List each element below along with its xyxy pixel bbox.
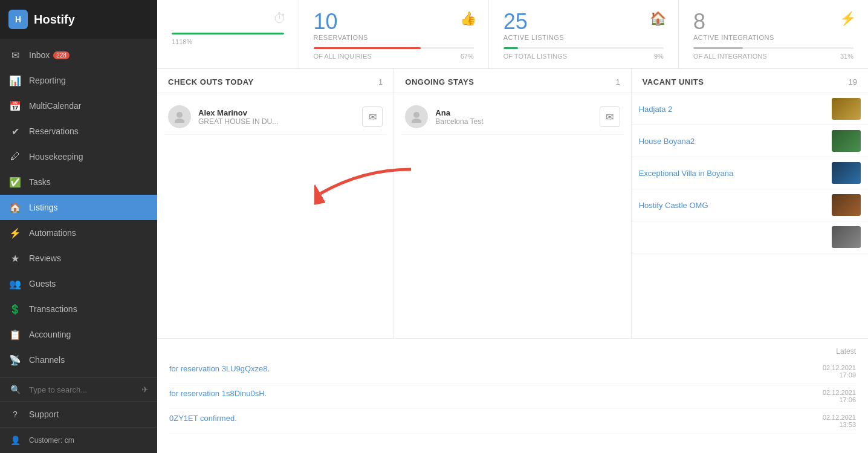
tasks-icon: ✅	[8, 175, 22, 189]
sidebar-item-label: Automations	[29, 228, 76, 238]
vacant-item-villa[interactable]: Exceptional Villa in Boyana	[632, 157, 868, 189]
svg-point-2	[175, 119, 184, 123]
activity-link[interactable]: for reservation 1s8Dinu0sH.	[169, 389, 267, 398]
sidebar-item-label: Support	[29, 409, 59, 419]
reporting-icon: 📊	[8, 74, 22, 87]
sidebar-item-transactions[interactable]: 💲 Transactions	[0, 296, 157, 322]
activity-bar: Latest for reservation 3LU9gQxze8. 02.12…	[157, 338, 868, 453]
check-outs-panel: CHECK OUTS TODAY 1 Alex Marinov GREAT HO…	[157, 69, 394, 338]
support-icon: ?	[8, 408, 22, 421]
lightning-icon: ⚡	[840, 11, 856, 27]
thumbs-up-icon: 👍	[460, 11, 476, 27]
guest-property: Barcelona Test	[435, 117, 599, 126]
sidebar-item-apps[interactable]: ⊞ Apps	[0, 373, 157, 377]
transactions-icon: 💲	[8, 302, 22, 316]
stat-sub-left: OF ALL INTEGRATIONS	[693, 53, 767, 60]
guest-property: GREAT HOUSE IN DU...	[198, 117, 362, 126]
sidebar-item-reviews[interactable]: ★ Reviews	[0, 246, 157, 271]
sidebar-item-inbox[interactable]: ✉ Inbox 228	[0, 42, 157, 68]
app-title: Hostify	[34, 13, 75, 27]
vacant-units-body: Hadjata 2 House Boyana2 Exceptional Vill…	[632, 93, 868, 338]
vacant-item-hadjata[interactable]: Hadjata 2	[632, 93, 868, 125]
sidebar-item-label: Transactions	[29, 304, 77, 314]
guest-avatar	[168, 105, 191, 128]
ongoing-stays-count: 1	[615, 77, 620, 86]
sidebar-item-guests[interactable]: 👥 Guests	[0, 271, 157, 296]
ongoing-stays-title: ONGOING STAYS	[405, 77, 474, 86]
sidebar-item-automations[interactable]: ⚡ Automations	[0, 220, 157, 246]
vacant-name: House Boyana2	[639, 137, 832, 146]
guest-avatar	[405, 105, 428, 128]
guest-card: Ana Barcelona Test ✉	[401, 99, 623, 135]
stat-sub-right: 1118%	[172, 38, 192, 45]
vacant-thumbnail	[832, 130, 861, 152]
activity-time: 02.12.202117:06	[808, 389, 856, 403]
stat-label-reservations: RESERVATIONS	[314, 34, 474, 41]
stat-sub-reservations: OF ALL INQUIRIES 67%	[314, 53, 474, 60]
sidebar-item-accounting[interactable]: 📋 Accounting	[0, 322, 157, 347]
send-icon: ✈	[141, 385, 149, 394]
stat-card-placeholder: ⏱ 1118%	[157, 0, 299, 68]
multicalendar-icon: 📅	[8, 99, 22, 112]
sidebar-item-label: Channels	[29, 355, 65, 365]
activity-time: 02.12.202117:09	[808, 364, 856, 379]
guest-card: Alex Marinov GREAT HOUSE IN DU... ✉	[164, 99, 386, 135]
sidebar-item-multicalendar[interactable]: 📅 MultiCalendar	[0, 93, 157, 119]
check-outs-header: CHECK OUTS TODAY 1	[157, 69, 394, 93]
customer-label: Customer: cm	[29, 436, 74, 445]
search-icon: 🔍	[8, 383, 22, 396]
vacant-item-boyana2[interactable]: House Boyana2	[632, 125, 868, 157]
sidebar-item-label: Housekeeping	[29, 152, 83, 161]
vacant-item-castle[interactable]: Hostify Castle OMG	[632, 189, 868, 221]
sidebar-item-label: Listings	[29, 203, 57, 212]
sidebar-item-tasks[interactable]: ✅ Tasks	[0, 169, 157, 195]
sidebar-item-housekeeping[interactable]: 🖊 Housekeeping	[0, 144, 157, 169]
sidebar-item-listings[interactable]: 🏠 Listings	[0, 195, 157, 220]
reservations-icon: ✔	[8, 125, 22, 138]
guest-name: Alex Marinov	[198, 108, 362, 117]
stat-sub-right: 31%	[840, 53, 853, 60]
housekeeping-icon: 🖊	[8, 150, 22, 163]
stat-sub-integrations: OF ALL INTEGRATIONS 31%	[693, 53, 853, 60]
activity-time: 02.12.202113:53	[808, 414, 856, 428]
activity-item-0: for reservation 3LU9gQxze8. 02.12.202117…	[169, 359, 856, 384]
stat-bar-fill-reservations	[314, 47, 421, 49]
sidebar-header: H Hostify	[0, 0, 157, 39]
stat-bar-fill-integrations	[693, 47, 743, 49]
vacant-units-count: 19	[849, 77, 857, 86]
sidebar-item-label: Reviews	[29, 253, 61, 263]
search-input[interactable]	[29, 385, 141, 394]
sidebar-item-channels[interactable]: 📡 Channels	[0, 347, 157, 373]
sidebar-item-label: MultiCalendar	[29, 101, 81, 111]
email-button[interactable]: ✉	[362, 106, 383, 127]
guest-info: Ana Barcelona Test	[435, 108, 599, 126]
channels-icon: 📡	[8, 353, 22, 367]
activity-link[interactable]: 0ZY1ET confirmed.	[169, 414, 237, 423]
check-outs-count: 1	[378, 77, 383, 86]
panels-row: CHECK OUTS TODAY 1 Alex Marinov GREAT HO…	[157, 69, 868, 338]
sidebar-item-label: Inbox	[29, 50, 50, 60]
sidebar-nav: ✉ Inbox 228 📊 Reporting 📅 MultiCalendar …	[0, 39, 157, 377]
sidebar-item-reporting[interactable]: 📊 Reporting	[0, 68, 157, 93]
stat-bar-integrations	[693, 47, 853, 49]
search-bar: 🔍 ✈	[0, 377, 157, 401]
sidebar-item-label: Reporting	[29, 76, 66, 85]
email-button[interactable]: ✉	[600, 106, 620, 127]
vacant-thumbnail	[832, 98, 861, 120]
customer-icon: 👤	[8, 434, 22, 447]
listings-icon: 🏠	[8, 201, 22, 214]
vacant-item-extra[interactable]	[632, 221, 868, 253]
vacant-units-panel: VACANT UNITS 19 Hadjata 2 House Boyana2 …	[632, 69, 868, 338]
automations-icon: ⚡	[8, 226, 22, 240]
stat-card-listings: 🏠 25 ACTIVE LISTINGS OF TOTAL LISTINGS 9…	[489, 0, 679, 68]
ongoing-stays-body: Ana Barcelona Test ✉	[394, 93, 630, 338]
sidebar-item-reservations[interactable]: ✔ Reservations	[0, 119, 157, 144]
sidebar-item-support[interactable]: ? Support	[0, 401, 157, 427]
ongoing-stays-panel: ONGOING STAYS 1 Ana Barcelona Test ✉	[394, 69, 631, 338]
stat-card-reservations: 👍 10 RESERVATIONS OF ALL INQUIRIES 67%	[299, 0, 489, 68]
stat-number-integrations: 8	[693, 11, 853, 33]
activity-link[interactable]: for reservation 3LU9gQxze8.	[169, 364, 270, 373]
inbox-icon: ✉	[8, 48, 22, 62]
stat-number-listings: 25	[504, 11, 664, 33]
activity-item-1: for reservation 1s8Dinu0sH. 02.12.202117…	[169, 384, 856, 409]
